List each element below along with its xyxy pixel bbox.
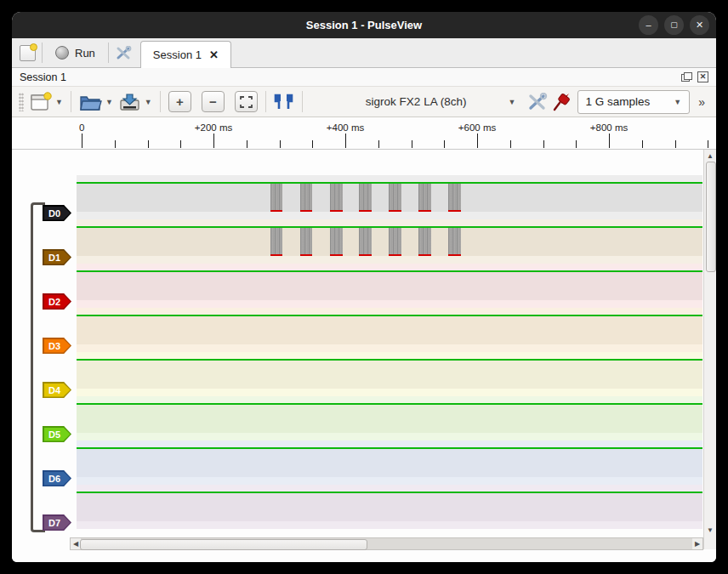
signal-burst bbox=[389, 184, 401, 212]
sample-count-select[interactable]: 1 G samples ▼ bbox=[577, 90, 691, 114]
window-controls: – ▢ ✕ bbox=[639, 15, 709, 35]
signal-band[interactable] bbox=[77, 359, 702, 389]
new-session-icon bbox=[30, 92, 52, 112]
separator bbox=[160, 91, 161, 112]
ruler-tick bbox=[148, 140, 149, 148]
signal-high-line bbox=[77, 403, 702, 405]
channel-name: D4 bbox=[48, 385, 60, 395]
scroll-right-icon[interactable]: ▶ bbox=[692, 538, 702, 549]
signal-burst bbox=[418, 184, 431, 212]
ruler-label: +800 ms bbox=[590, 122, 628, 133]
zoom-fit-icon bbox=[235, 91, 258, 112]
device-select-value: sigrok FX2 LA (8ch) bbox=[366, 95, 467, 108]
minimize-button[interactable]: – bbox=[639, 15, 658, 35]
tab-close-icon[interactable]: ✕ bbox=[209, 48, 219, 61]
channel-name: D3 bbox=[48, 341, 60, 351]
title-bar: Session 1 - PulseView – ▢ ✕ bbox=[12, 12, 716, 38]
channel-tag-fill: D2 bbox=[44, 295, 71, 309]
ruler-tick bbox=[82, 134, 82, 148]
device-select[interactable]: sigrok FX2 LA (8ch) ▼ bbox=[308, 90, 525, 113]
ruler-label: +200 ms bbox=[195, 122, 232, 133]
ruler-tick bbox=[312, 140, 313, 148]
zoom-out-button[interactable]: − bbox=[199, 91, 227, 112]
scroll-down-icon[interactable]: ▼ bbox=[704, 525, 716, 536]
signal-burst bbox=[448, 228, 461, 256]
channel-tag-fill: D3 bbox=[44, 339, 71, 353]
channel-name: D6 bbox=[48, 474, 60, 484]
channel-tag-fill: D5 bbox=[44, 428, 71, 441]
device-options-icon[interactable] bbox=[525, 94, 550, 111]
run-button[interactable]: Run bbox=[48, 43, 102, 63]
signal-high-line bbox=[77, 447, 702, 449]
chevron-down-icon: ▼ bbox=[674, 98, 681, 106]
new-session-button[interactable]: ▼ bbox=[27, 92, 65, 112]
tab-label: Session 1 bbox=[153, 48, 202, 61]
dock-close-icon[interactable]: ✕ bbox=[697, 71, 708, 82]
trace-view[interactable]: D0D1D2D3D4D5D6D7 bbox=[12, 150, 716, 562]
chevron-down-icon: ▼ bbox=[55, 98, 63, 106]
save-icon bbox=[118, 92, 141, 112]
signal-burst bbox=[330, 184, 343, 212]
signal-band[interactable] bbox=[77, 492, 702, 521]
signal-high-line bbox=[77, 492, 702, 493]
horizontal-scrollbar[interactable]: ◀ ▶ bbox=[70, 537, 703, 550]
channel-tag-d0[interactable]: D0 bbox=[43, 205, 71, 221]
zoom-in-button[interactable]: + bbox=[166, 91, 194, 112]
channel-tag-fill: D1 bbox=[44, 251, 71, 264]
channel-tag-d3[interactable]: D3 bbox=[43, 338, 71, 354]
ruler-tick bbox=[576, 140, 577, 148]
ruler-tick bbox=[477, 134, 478, 148]
save-file-button[interactable]: ▼ bbox=[116, 92, 155, 112]
tab-session-1[interactable]: Session 1 ✕ bbox=[140, 41, 231, 68]
signal-burst bbox=[359, 228, 372, 256]
open-file-button[interactable]: ▼ bbox=[77, 92, 116, 112]
ruler-tick bbox=[247, 140, 247, 148]
sample-count-value: 1 G samples bbox=[586, 95, 651, 108]
channel-tag-d6[interactable]: D6 bbox=[43, 470, 71, 486]
ruler-label: +600 ms bbox=[458, 122, 496, 133]
ruler-tick bbox=[115, 140, 116, 148]
horizontal-scroll-thumb[interactable] bbox=[80, 539, 367, 550]
vertical-scrollbar[interactable]: ▲ ▼ bbox=[703, 150, 716, 549]
signal-band[interactable] bbox=[77, 270, 702, 300]
channel-tag-fill: D7 bbox=[44, 516, 71, 530]
ruler-label: 0 bbox=[79, 122, 84, 133]
chevron-down-icon: ▼ bbox=[105, 98, 113, 106]
new-view-icon[interactable] bbox=[20, 45, 36, 61]
separator bbox=[265, 91, 266, 112]
signal-band[interactable] bbox=[77, 315, 702, 344]
channel-tag-fill: D0 bbox=[44, 207, 71, 220]
time-ruler[interactable]: 0+200 ms+400 ms+600 ms+800 ms bbox=[12, 117, 716, 150]
channel-name: D5 bbox=[48, 429, 60, 440]
channel-tag-d2[interactable]: D2 bbox=[43, 293, 71, 310]
channel-name: D7 bbox=[48, 518, 60, 528]
signal-burst bbox=[300, 228, 313, 256]
channel-tag-d5[interactable]: D5 bbox=[43, 426, 71, 442]
zoom-fit-button[interactable] bbox=[232, 91, 260, 112]
dock-float-icon[interactable] bbox=[681, 72, 692, 82]
channel-tag-d7[interactable]: D7 bbox=[43, 514, 71, 531]
close-button[interactable]: ✕ bbox=[690, 15, 709, 35]
ruler-tick bbox=[708, 140, 708, 148]
signal-high-line bbox=[77, 359, 702, 361]
signal-band[interactable] bbox=[77, 447, 702, 477]
pulseview-window: Session 1 - PulseView – ▢ ✕ Run Session … bbox=[12, 12, 716, 562]
toolbar-overflow-button[interactable]: » bbox=[698, 95, 706, 109]
probe-icon[interactable] bbox=[550, 94, 572, 111]
signal-burst bbox=[448, 184, 461, 212]
scroll-up-icon[interactable]: ▲ bbox=[704, 151, 716, 162]
channel-tag-d4[interactable]: D4 bbox=[43, 382, 71, 398]
settings-tools-icon[interactable] bbox=[115, 44, 134, 61]
trigger-markers-icon[interactable] bbox=[271, 94, 297, 111]
toolbar-grip[interactable] bbox=[19, 93, 24, 111]
vertical-scroll-thumb[interactable] bbox=[706, 162, 716, 272]
channel-tag-fill: D4 bbox=[44, 384, 71, 397]
maximize-button[interactable]: ▢ bbox=[664, 15, 684, 35]
separator bbox=[71, 91, 71, 112]
chevron-down-icon: ▼ bbox=[145, 98, 152, 106]
signal-band[interactable] bbox=[77, 403, 702, 433]
channel-name: D1 bbox=[48, 253, 60, 263]
dock-header: Session 1 ✕ bbox=[12, 68, 716, 86]
dock-title: Session 1 bbox=[20, 71, 676, 83]
channel-tag-d1[interactable]: D1 bbox=[43, 249, 71, 265]
